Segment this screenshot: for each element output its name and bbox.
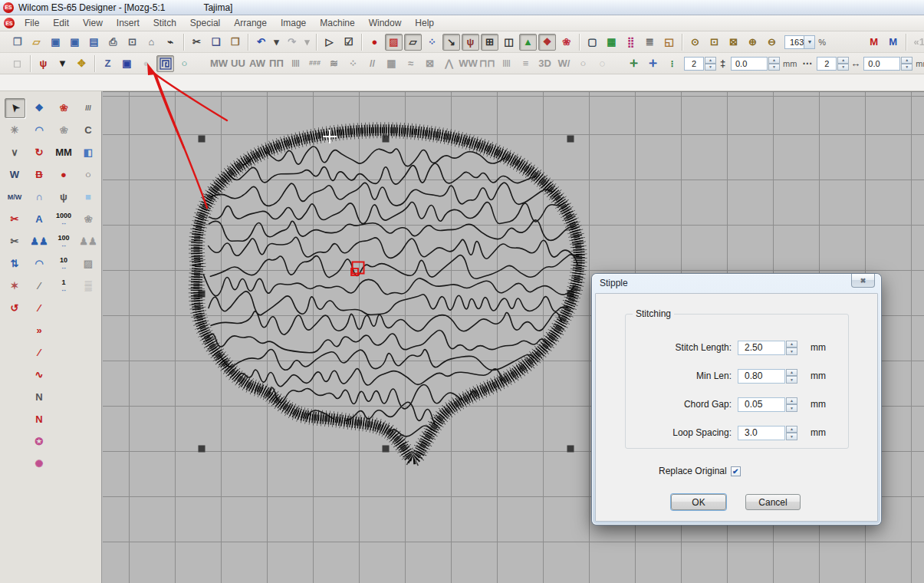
save-design-button[interactable]: ▣: [47, 34, 64, 51]
show-grid-button[interactable]: ⊞: [481, 34, 498, 51]
stitch-e-stitch-button[interactable]: ΠΠ: [268, 55, 285, 72]
send-to-machine-button[interactable]: ⌂: [143, 34, 160, 51]
open-object-tool[interactable]: N: [29, 387, 50, 407]
flower-outline-tool[interactable]: ❀: [54, 120, 74, 140]
open-from-machine-button[interactable]: ▤: [85, 34, 103, 51]
reshape-object-button[interactable]: ✥: [73, 55, 90, 72]
fill-fur-button[interactable]: W/: [555, 55, 573, 72]
stitch-wave-button[interactable]: AW: [248, 55, 266, 72]
circle-tool-button[interactable]: ●: [137, 55, 155, 72]
rectangle-tool[interactable]: ■: [78, 187, 99, 207]
dialog-titlebar[interactable]: Stipple: [592, 274, 881, 292]
zoom-previous-1-button[interactable]: «1: [910, 34, 924, 51]
menu-edit[interactable]: Edit: [46, 16, 76, 30]
save-to-machine-button[interactable]: ▣: [66, 34, 84, 51]
stitch-zigzag-button[interactable]: MW: [210, 55, 228, 72]
ellipse-tool[interactable]: ○: [78, 165, 99, 185]
hoop-button[interactable]: ◻: [8, 55, 26, 72]
zoom-out-button[interactable]: ⊖: [763, 34, 781, 51]
show-hatch-button[interactable]: ▨: [385, 34, 403, 51]
cancel-button[interactable]: Cancel: [745, 494, 801, 510]
stitch-flexi-button[interactable]: ≋: [325, 55, 343, 72]
stipple-button[interactable]: [156, 55, 174, 72]
menu-insert[interactable]: Insert: [110, 16, 146, 30]
chord-gap-spinner[interactable]: ▲▼: [786, 397, 797, 412]
options-button[interactable]: ☑: [340, 34, 357, 51]
design-properties-button[interactable]: ◱: [660, 34, 678, 51]
select-tool[interactable]: ➤: [5, 98, 25, 118]
loop-spacing-spinner[interactable]: ▲▼: [786, 426, 797, 440]
width-icon-button[interactable]: ↔: [850, 55, 861, 72]
elastic-tool[interactable]: ⇅: [5, 254, 25, 274]
pull-comp-field[interactable]: 0.0: [731, 57, 768, 71]
min-len-input[interactable]: 0.80: [738, 369, 785, 384]
show-stitches-button[interactable]: ●: [366, 34, 383, 51]
insert-machine-function-button[interactable]: M: [865, 34, 883, 51]
scale-1-tool[interactable]: 1↔: [54, 276, 74, 296]
fill-fence-button[interactable]: ▦: [383, 55, 400, 72]
loop-spacing-input[interactable]: 3.0: [738, 426, 785, 440]
stitch-satin-button[interactable]: ||||: [287, 55, 304, 72]
fill-brick-button[interactable]: ⊓⊓: [478, 55, 496, 72]
redo-button[interactable]: ↷: [283, 34, 301, 51]
print-preview-button[interactable]: ⊡: [123, 34, 141, 51]
arc-tool[interactable]: C: [78, 120, 99, 140]
spacing-button[interactable]: ⁝: [663, 55, 681, 72]
mirror-rotate-tool[interactable]: ↻: [29, 143, 50, 163]
color-film-button[interactable]: ⣿: [622, 34, 640, 51]
show-rulers-button[interactable]: ◫: [500, 34, 518, 51]
triple-run-tool[interactable]: ∿: [29, 365, 50, 385]
column-w-tool[interactable]: W: [5, 165, 25, 185]
grade-count-spin[interactable]: 2: [684, 57, 704, 71]
flower-gray-tool[interactable]: ❀: [78, 209, 99, 229]
menu-window[interactable]: Window: [362, 16, 409, 30]
dome-nodes-tool[interactable]: ◠: [29, 254, 50, 274]
print-button[interactable]: ⎙: [104, 34, 122, 51]
dialog-close-button[interactable]: ✖: [851, 274, 875, 288]
complex-fill-tool[interactable]: ∩: [29, 187, 50, 207]
applique-a-button[interactable]: ○: [574, 55, 592, 72]
menu-arrange[interactable]: Arrange: [227, 16, 274, 30]
pattern-stamp-button[interactable]: Z: [99, 55, 117, 72]
fill-curved-button[interactable]: ≈: [402, 55, 419, 72]
needle-point-button[interactable]: ψ: [35, 55, 52, 72]
wheel-tool[interactable]: ✺: [29, 454, 50, 474]
connect-machine-button[interactable]: ⌁: [162, 34, 179, 51]
replace-original-checkbox[interactable]: ✔: [731, 466, 741, 476]
paste-button[interactable]: ❒: [226, 34, 244, 51]
star-tool[interactable]: ✪: [29, 432, 50, 452]
applique-b-button[interactable]: ◌: [594, 55, 611, 72]
copies-spin-spinner[interactable]: ▲▼: [837, 57, 849, 71]
brush-tool[interactable]: ▨: [78, 254, 99, 274]
show-background-button[interactable]: ❀: [557, 34, 575, 51]
menu-image[interactable]: Image: [274, 16, 313, 30]
stitch-length-spinner[interactable]: ▲▼: [786, 341, 797, 355]
fill-zigzag-button[interactable]: WW: [459, 55, 477, 72]
fill-motif-button[interactable]: ⁘: [344, 55, 362, 72]
team-names-tool[interactable]: ♟♟: [29, 232, 50, 252]
zoom-in-button[interactable]: ⊕: [744, 34, 761, 51]
lettering-tool[interactable]: A: [29, 209, 50, 229]
remove-overlap-tool[interactable]: B: [29, 165, 50, 185]
zoom-box-button[interactable]: ⊡: [705, 34, 723, 51]
new-document-button[interactable]: ❐: [8, 34, 26, 51]
digitize-dome-tool[interactable]: ◠: [29, 120, 50, 140]
fill-3d-button[interactable]: 3D: [536, 55, 554, 72]
thread-colors-button[interactable]: ▦: [603, 34, 620, 51]
pull-comp-icon-button[interactable]: ‡: [717, 55, 728, 72]
show-connectors-button[interactable]: ↘: [442, 34, 460, 51]
copies-spin[interactable]: 2: [817, 57, 837, 71]
closed-shape-button[interactable]: ○: [176, 55, 193, 72]
open-design-button[interactable]: ▱: [28, 34, 45, 51]
scale-1000-tool[interactable]: 1000↔: [54, 209, 74, 229]
scale-100-tool[interactable]: 100↔: [54, 232, 74, 252]
satin-column-tool[interactable]: ●: [54, 165, 74, 185]
pull-comp-field-spinner[interactable]: ▲▼: [768, 57, 780, 71]
last-stitch-button[interactable]: ▼: [54, 55, 71, 72]
open-line-tool[interactable]: ∨: [5, 143, 25, 163]
chord-gap-input[interactable]: 0.05: [738, 397, 785, 412]
redo-dropdown[interactable]: ▾: [302, 34, 312, 51]
fill-lattice-button[interactable]: ⊠: [421, 55, 439, 72]
fill-fancy-button[interactable]: //: [363, 55, 381, 72]
chevron-down-icon[interactable]: ▼: [804, 36, 814, 48]
